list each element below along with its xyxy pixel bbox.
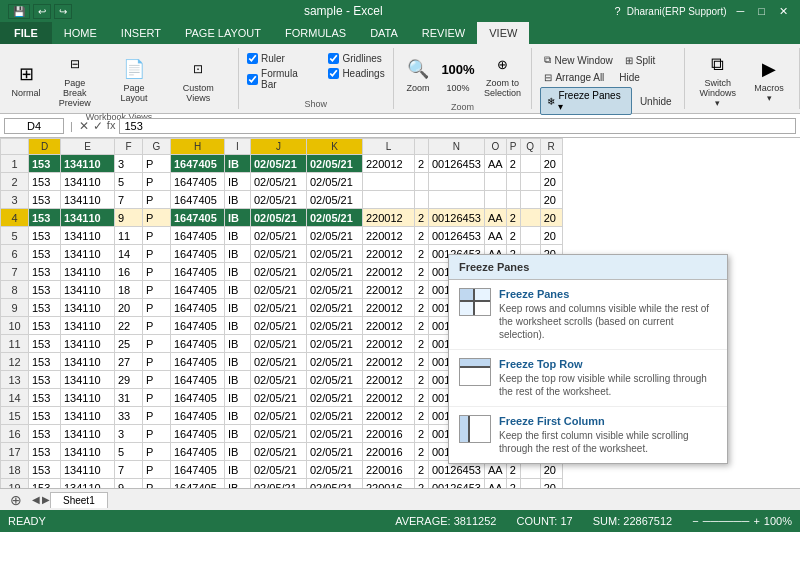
table-cell[interactable]: 02/05/21 <box>307 227 363 245</box>
table-cell[interactable] <box>363 191 415 209</box>
table-cell[interactable]: 1647405 <box>171 353 225 371</box>
table-cell[interactable]: 134110 <box>61 281 115 299</box>
table-cell[interactable]: IB <box>225 317 251 335</box>
table-cell[interactable] <box>520 227 540 245</box>
add-sheet-button[interactable]: ⊕ <box>4 492 28 508</box>
table-cell[interactable]: 153 <box>29 227 61 245</box>
table-cell[interactable]: IB <box>225 191 251 209</box>
table-cell[interactable]: 153 <box>29 173 61 191</box>
help-icon[interactable]: ? <box>615 5 621 17</box>
table-cell[interactable]: IB <box>225 155 251 173</box>
col-header-d[interactable]: D <box>29 139 61 155</box>
table-cell[interactable] <box>520 209 540 227</box>
switch-windows-button[interactable]: ⧉ SwitchWindows ▾ <box>693 48 744 110</box>
table-cell[interactable]: IB <box>225 299 251 317</box>
table-cell[interactable]: 20 <box>540 227 562 245</box>
table-cell[interactable]: P <box>143 461 171 479</box>
table-cell[interactable]: 02/05/21 <box>307 263 363 281</box>
table-cell[interactable]: P <box>143 263 171 281</box>
table-cell[interactable]: 220012 <box>363 281 415 299</box>
zoom-out-icon[interactable]: − <box>692 515 698 527</box>
table-cell[interactable]: 02/05/21 <box>251 371 307 389</box>
table-cell[interactable]: 1647405 <box>171 299 225 317</box>
table-cell[interactable]: 134110 <box>61 263 115 281</box>
table-cell[interactable]: 1647405 <box>171 281 225 299</box>
table-cell[interactable]: 5 <box>115 443 143 461</box>
table-cell[interactable]: P <box>143 425 171 443</box>
table-cell[interactable]: 134110 <box>61 191 115 209</box>
table-cell[interactable]: 134110 <box>61 479 115 489</box>
table-cell[interactable]: 02/05/21 <box>307 335 363 353</box>
table-cell[interactable]: 20 <box>540 479 562 489</box>
table-cell[interactable] <box>415 173 429 191</box>
col-header-g[interactable]: G <box>143 139 171 155</box>
tab-insert[interactable]: INSERT <box>109 22 173 44</box>
table-cell[interactable]: 1647405 <box>171 407 225 425</box>
table-cell[interactable] <box>520 479 540 489</box>
table-cell[interactable] <box>363 173 415 191</box>
table-cell[interactable]: P <box>143 335 171 353</box>
tab-review[interactable]: REVIEW <box>410 22 477 44</box>
col-header-f[interactable]: F <box>115 139 143 155</box>
undo-icon[interactable]: ↩ <box>33 4 51 19</box>
table-cell[interactable]: 02/05/21 <box>251 461 307 479</box>
table-cell[interactable]: 18 <box>115 281 143 299</box>
table-cell[interactable]: 27 <box>115 353 143 371</box>
table-cell[interactable]: 220012 <box>363 317 415 335</box>
table-cell[interactable]: 1647405 <box>171 227 225 245</box>
confirm-formula-icon[interactable]: ✓ <box>93 119 103 133</box>
table-cell[interactable]: 2 <box>415 425 429 443</box>
table-cell[interactable]: 220016 <box>363 461 415 479</box>
table-cell[interactable]: IB <box>225 335 251 353</box>
table-cell[interactable]: IB <box>225 245 251 263</box>
table-cell[interactable]: 134110 <box>61 227 115 245</box>
table-cell[interactable]: IB <box>225 479 251 489</box>
hide-button[interactable]: Hide <box>612 70 644 85</box>
table-cell[interactable]: 2 <box>415 443 429 461</box>
table-cell[interactable]: 220016 <box>363 479 415 489</box>
table-cell[interactable]: 153 <box>29 353 61 371</box>
table-cell[interactable]: 153 <box>29 263 61 281</box>
save-icon[interactable]: 💾 <box>8 4 30 19</box>
table-cell[interactable]: 25 <box>115 335 143 353</box>
freeze-top-row-option[interactable]: Freeze Top Row Keep the top row visible … <box>449 350 727 407</box>
table-cell[interactable]: P <box>143 173 171 191</box>
table-cell[interactable]: 2 <box>506 227 520 245</box>
table-cell[interactable]: 2 <box>415 281 429 299</box>
table-cell[interactable]: 02/05/21 <box>307 245 363 263</box>
col-header-n[interactable]: N <box>429 139 485 155</box>
table-cell[interactable]: 5 <box>115 173 143 191</box>
table-cell[interactable]: 02/05/21 <box>307 173 363 191</box>
table-cell[interactable]: IB <box>225 425 251 443</box>
table-cell[interactable]: 2 <box>415 155 429 173</box>
new-window-button[interactable]: ⧉ New Window <box>540 52 616 68</box>
table-cell[interactable]: 02/05/21 <box>307 389 363 407</box>
table-cell[interactable]: IB <box>225 209 251 227</box>
table-cell[interactable]: 153 <box>29 407 61 425</box>
table-cell[interactable]: 220012 <box>363 245 415 263</box>
headings-checkbox[interactable]: Headings <box>328 67 384 80</box>
table-cell[interactable]: 20 <box>540 191 562 209</box>
table-cell[interactable]: IB <box>225 227 251 245</box>
table-cell[interactable]: 02/05/21 <box>251 191 307 209</box>
table-cell[interactable]: 134110 <box>61 299 115 317</box>
table-cell[interactable]: 2 <box>415 371 429 389</box>
table-cell[interactable]: 134110 <box>61 173 115 191</box>
col-header-j[interactable]: J <box>251 139 307 155</box>
zoom-level[interactable]: 100% <box>764 515 792 527</box>
table-cell[interactable]: 31 <box>115 389 143 407</box>
zoom-100-button[interactable]: 100% 100% <box>440 53 476 95</box>
page-break-preview-button[interactable]: ⊟ Page BreakPreview <box>48 48 102 110</box>
table-cell[interactable]: P <box>143 317 171 335</box>
table-cell[interactable]: 02/05/21 <box>251 245 307 263</box>
table-cell[interactable] <box>520 191 540 209</box>
table-cell[interactable]: P <box>143 353 171 371</box>
table-cell[interactable]: 33 <box>115 407 143 425</box>
cell-reference-box[interactable] <box>4 118 64 134</box>
table-cell[interactable]: 153 <box>29 245 61 263</box>
table-cell[interactable]: 153 <box>29 155 61 173</box>
table-cell[interactable]: 02/05/21 <box>251 227 307 245</box>
table-cell[interactable]: 153 <box>29 389 61 407</box>
table-cell[interactable]: 1647405 <box>171 371 225 389</box>
table-cell[interactable]: 20 <box>540 173 562 191</box>
